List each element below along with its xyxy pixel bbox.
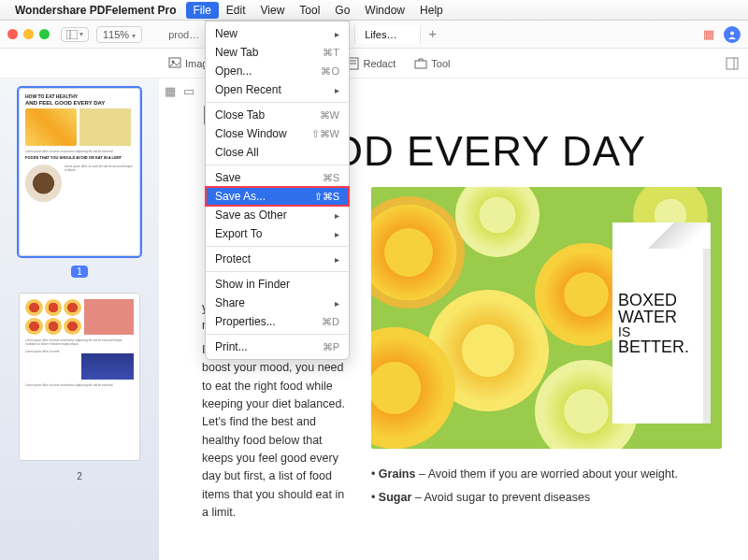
- menu-item-export-to[interactable]: Export To: [206, 224, 349, 243]
- menu-window[interactable]: Window: [357, 2, 412, 19]
- menu-item-label: Close All: [215, 146, 259, 159]
- tool-button[interactable]: Tool: [414, 57, 450, 70]
- main-area: HOW TO EAT HEALTHY AND FEEL GOOD EVERY D…: [0, 79, 748, 560]
- zoom-select[interactable]: 115% ▾: [96, 26, 142, 43]
- traffic-lights: [7, 29, 50, 39]
- thumb2-citrus-grid: [25, 299, 81, 335]
- thumb1-title2: AND FEEL GOOD EVERY DAY: [25, 100, 134, 107]
- thumb1-number: 1: [71, 266, 88, 278]
- doc-para-2: In order to feel good and boost your moo…: [202, 341, 349, 523]
- thumb2-text3: Lorem ipsum dolor sit amet consectetur a…: [25, 383, 134, 387]
- menu-item-label: Properties...: [215, 315, 276, 328]
- menu-item-save-as-other[interactable]: Save as Other: [206, 206, 349, 224]
- bullet-2: • Sugar – Avoid sugar to prevent disease…: [371, 489, 712, 507]
- doc-right-column: BOXED WATER IS BETTER. • Grains – Avoid …: [371, 187, 722, 523]
- menu-item-label: New Tab: [215, 46, 258, 59]
- zoom-value: 115%: [103, 29, 129, 40]
- menu-item-label: Print...: [215, 340, 248, 353]
- user-avatar[interactable]: [724, 26, 741, 43]
- menu-item-close-window[interactable]: Close Window⇧⌘W: [206, 124, 349, 143]
- menu-item-share[interactable]: Share: [206, 294, 349, 312]
- thumb1-side: [79, 108, 131, 146]
- close-icon[interactable]: [7, 29, 18, 39]
- thumb2-text2: Lorem ipsum dolor sit amet.: [25, 350, 79, 380]
- thumbnail-2[interactable]: Lorem ipsum dolor sit amet consectetur a…: [19, 293, 140, 461]
- menu-item-properties[interactable]: Properties...⌘D: [206, 312, 349, 331]
- toolbox-icon: [414, 57, 427, 70]
- menu-go[interactable]: Go: [327, 2, 357, 19]
- grid-view-icon[interactable]: ▦: [165, 84, 176, 98]
- menu-item-label: Save as Other: [215, 208, 287, 222]
- menu-item-open[interactable]: Open...⌘O: [206, 62, 349, 80]
- carton-line-2: WATER: [618, 309, 705, 325]
- svg-rect-0: [66, 30, 78, 39]
- menu-item-save-as[interactable]: Save As...⇧⌘S: [206, 187, 349, 206]
- menu-item-open-recent[interactable]: Open Recent: [206, 80, 349, 99]
- menu-separator: [206, 246, 349, 247]
- menu-item-label: Show in Finder: [215, 278, 290, 291]
- menu-item-close-tab[interactable]: Close Tab⌘W: [206, 106, 349, 124]
- thumb1-coffee: [25, 165, 62, 202]
- thumbnails-panel: HOW TO EAT HEALTHY AND FEEL GOOD EVERY D…: [0, 79, 159, 560]
- new-tab-button[interactable]: +: [421, 25, 444, 44]
- menu-item-save[interactable]: Save⌘S: [206, 168, 349, 187]
- menu-item-label: Save: [215, 171, 240, 184]
- thumb2-number: 2: [71, 470, 88, 482]
- menu-edit[interactable]: Edit: [219, 2, 253, 19]
- menu-item-shortcut: ⌘D: [322, 316, 339, 328]
- user-icon: [727, 30, 737, 39]
- file-menu-dropdown: NewNew Tab⌘TOpen...⌘OOpen RecentClose Ta…: [205, 21, 350, 360]
- mac-menubar: Wondershare PDFelement Pro File Edit Vie…: [0, 0, 748, 21]
- menu-item-label: Open...: [215, 65, 252, 78]
- menu-item-shortcut: ⌘T: [323, 47, 339, 59]
- properties-panel-icon[interactable]: [726, 57, 739, 70]
- menu-item-shortcut: ⌘W: [320, 109, 339, 122]
- carton-top: [612, 223, 711, 249]
- window-titlebar: ▾ 115% ▾ prod… Prod… color2 Lifes… + ▦: [0, 21, 748, 49]
- redact-button[interactable]: Redact: [346, 57, 396, 70]
- menu-item-shortcut: ⌘O: [321, 65, 339, 78]
- thumb2-blueberries: [81, 353, 135, 380]
- lime-slice-icon: [455, 187, 539, 257]
- single-view-icon[interactable]: ▭: [183, 84, 194, 98]
- thumb1-text: Lorem ipsum dolor sit amet consectetur a…: [25, 150, 134, 153]
- sidebar-toggle-button[interactable]: ▾: [61, 27, 89, 42]
- menu-item-show-in-finder[interactable]: Show in Finder: [206, 275, 349, 294]
- carton-line-1: BOXED: [618, 292, 705, 309]
- thumbnail-1[interactable]: HOW TO EAT HEALTHY AND FEEL GOOD EVERY D…: [19, 88, 140, 256]
- boxed-water-carton: BOXED WATER IS BETTER.: [612, 223, 711, 424]
- menu-help[interactable]: Help: [412, 2, 451, 19]
- menu-item-close-all[interactable]: Close All: [206, 143, 349, 162]
- tab-3[interactable]: Lifes…: [355, 25, 421, 44]
- view-mode-buttons: ▦ ▭: [165, 84, 194, 98]
- tool-label: Tool: [431, 58, 450, 69]
- image-icon: [168, 57, 181, 70]
- menu-view[interactable]: View: [253, 2, 293, 19]
- menu-item-protect[interactable]: Protect: [206, 250, 349, 268]
- menu-item-label: Share: [215, 296, 245, 309]
- svg-point-2: [730, 31, 734, 35]
- edit-toolbar: Image Link Form Redact Tool: [0, 49, 748, 79]
- menu-tool[interactable]: Tool: [292, 2, 327, 19]
- menu-separator: [206, 102, 349, 103]
- thumb2-panel: [84, 299, 134, 335]
- menu-item-label: New: [215, 27, 237, 40]
- menu-item-label: Open Recent: [215, 83, 281, 96]
- menu-separator: [206, 334, 349, 335]
- thumb1-hero: [25, 108, 77, 146]
- maximize-icon[interactable]: [39, 29, 50, 39]
- menu-separator: [206, 165, 349, 165]
- apps-grid-icon[interactable]: ▦: [703, 27, 714, 41]
- menu-item-label: Export To: [215, 227, 262, 240]
- menu-separator: [206, 271, 349, 272]
- menu-item-new-tab[interactable]: New Tab⌘T: [206, 43, 349, 62]
- menu-item-label: Close Window: [215, 127, 287, 140]
- menu-item-new[interactable]: New: [206, 24, 349, 43]
- minimize-icon[interactable]: [23, 29, 34, 39]
- menu-item-print[interactable]: Print...⌘P: [206, 337, 349, 356]
- svg-rect-10: [415, 61, 426, 68]
- orange-slice-icon: [371, 196, 465, 309]
- menu-item-label: Protect: [215, 252, 251, 266]
- menu-file[interactable]: File: [186, 2, 219, 19]
- menu-item-label: Save As...: [215, 190, 266, 203]
